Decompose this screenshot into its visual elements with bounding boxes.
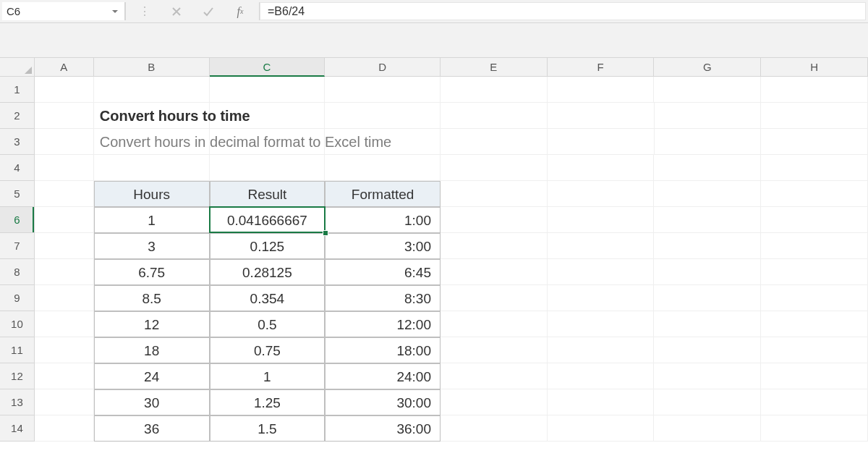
cell-H5[interactable] (761, 181, 868, 207)
cell-E3[interactable] (441, 129, 548, 155)
cell-H10[interactable] (761, 311, 868, 337)
row-header-1[interactable]: 1 (0, 77, 35, 103)
cell-H11[interactable] (761, 337, 868, 363)
cell-D7[interactable]: 3:00 (325, 233, 441, 259)
cancel-icon[interactable] (166, 2, 187, 21)
cell-G3[interactable] (655, 129, 762, 155)
cell-F1[interactable] (548, 77, 655, 103)
cell-F11[interactable] (548, 337, 655, 363)
cell-B1[interactable] (94, 77, 210, 103)
col-header-C[interactable]: C (210, 58, 326, 77)
cell-F3[interactable] (548, 129, 655, 155)
cell-F7[interactable] (548, 233, 655, 259)
row-header-6[interactable]: 6 (0, 207, 35, 233)
cell-G8[interactable] (654, 259, 761, 285)
enter-icon[interactable] (198, 2, 218, 21)
cell-C12[interactable]: 1 (210, 363, 326, 389)
cell-B7[interactable]: 3 (94, 233, 210, 259)
cell-D12[interactable]: 24:00 (325, 363, 441, 389)
row-header-12[interactable]: 12 (0, 363, 35, 389)
cell-F13[interactable] (548, 389, 655, 415)
cell-H14[interactable] (761, 415, 868, 442)
row-header-11[interactable]: 11 (0, 337, 35, 363)
cell-G9[interactable] (654, 285, 761, 311)
name-box-dropdown-icon[interactable] (109, 8, 122, 15)
fill-handle[interactable] (323, 230, 328, 236)
cell-A9[interactable] (35, 285, 94, 311)
cell-G7[interactable] (654, 233, 761, 259)
cell-A10[interactable] (35, 311, 94, 337)
cell-A11[interactable] (35, 337, 94, 363)
cell-H4[interactable] (761, 155, 868, 181)
col-header-E[interactable]: E (441, 58, 548, 76)
cell-E14[interactable] (441, 415, 548, 442)
cell-H1[interactable] (761, 77, 868, 103)
col-header-G[interactable]: G (654, 58, 761, 76)
cell-B4[interactable] (94, 155, 210, 181)
cell-B14[interactable]: 36 (94, 415, 210, 442)
cell-G12[interactable] (654, 363, 761, 389)
cell-C5[interactable]: Result (210, 181, 326, 207)
cell-A12[interactable] (35, 363, 94, 389)
cell-B12[interactable]: 24 (94, 363, 210, 389)
cell-A14[interactable] (35, 415, 94, 442)
cell-D13[interactable]: 30:00 (325, 389, 441, 415)
cell-C4[interactable] (210, 155, 326, 181)
cell-D3[interactable] (325, 129, 441, 155)
cell-A4[interactable] (35, 155, 94, 181)
cell-B11[interactable]: 18 (94, 337, 210, 363)
cell-A2[interactable] (35, 103, 94, 129)
cell-A7[interactable] (35, 233, 94, 259)
name-box[interactable]: C6 (7, 5, 109, 17)
cell-C2[interactable] (210, 103, 326, 129)
row-header-8[interactable]: 8 (0, 259, 35, 285)
cell-F12[interactable] (548, 363, 655, 389)
cell-F10[interactable] (548, 311, 655, 337)
cell-F14[interactable] (548, 415, 655, 442)
cell-D8[interactable]: 6:45 (325, 259, 441, 285)
cell-C13[interactable]: 1.25 (210, 389, 326, 415)
cell-A5[interactable] (35, 181, 94, 207)
cell-C14[interactable]: 1.5 (210, 415, 326, 442)
cell-H8[interactable] (761, 259, 868, 285)
cell-D5[interactable]: Formatted (325, 181, 441, 207)
cell-G1[interactable] (654, 77, 761, 103)
cell-B2[interactable]: Convert hours to time (94, 103, 210, 129)
cell-B10[interactable]: 12 (94, 311, 210, 337)
col-header-B[interactable]: B (94, 58, 210, 76)
cell-F5[interactable] (548, 181, 655, 207)
insert-function-icon[interactable]: fx (230, 2, 250, 21)
cell-E9[interactable] (441, 285, 548, 311)
name-box-container[interactable]: C6 (2, 2, 125, 20)
cell-B9[interactable]: 8.5 (94, 285, 210, 311)
cell-H12[interactable] (761, 363, 868, 389)
cell-H13[interactable] (761, 389, 868, 415)
cell-A3[interactable] (35, 129, 94, 155)
cell-D11[interactable]: 18:00 (325, 337, 441, 363)
select-all-corner[interactable] (0, 58, 35, 76)
cell-G11[interactable] (654, 337, 761, 363)
col-header-A[interactable]: A (35, 58, 94, 76)
cell-B6[interactable]: 1 (94, 207, 210, 233)
row-header-10[interactable]: 10 (0, 311, 35, 337)
row-header-14[interactable]: 14 (0, 415, 35, 442)
cell-B8[interactable]: 6.75 (94, 259, 210, 285)
cell-H3[interactable] (761, 129, 868, 155)
cell-E7[interactable] (441, 233, 548, 259)
col-header-H[interactable]: H (761, 58, 868, 76)
col-header-D[interactable]: D (325, 58, 441, 76)
cell-F2[interactable] (548, 103, 655, 129)
cell-F6[interactable] (548, 207, 655, 233)
cell-D1[interactable] (325, 77, 441, 103)
cell-C1[interactable] (210, 77, 326, 103)
cell-C3[interactable] (210, 129, 326, 155)
row-header-2[interactable]: 2 (0, 103, 35, 129)
row-header-7[interactable]: 7 (0, 233, 35, 259)
row-header-9[interactable]: 9 (0, 285, 35, 311)
cell-H7[interactable] (761, 233, 868, 259)
cell-G5[interactable] (654, 181, 761, 207)
row-header-13[interactable]: 13 (0, 389, 35, 415)
cell-F4[interactable] (548, 155, 655, 181)
cell-C11[interactable]: 0.75 (210, 337, 326, 363)
cell-E13[interactable] (441, 389, 548, 415)
